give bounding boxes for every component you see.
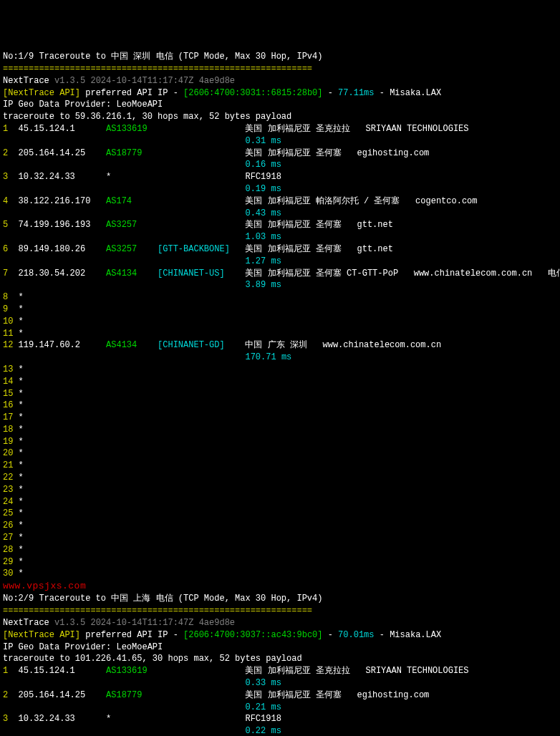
hop-timeout: 30 * xyxy=(3,568,560,580)
hop-timeout: 9 * xyxy=(3,304,560,316)
hop-row: 2 205.164.14.25 AS18779 美国 加利福尼亚 圣何塞 egi… xyxy=(3,147,560,160)
hop-timeout: 15 * xyxy=(3,388,560,400)
hop-timeout: 21 * xyxy=(3,460,560,472)
hop-row: 1 45.15.124.1 AS133619 美国 加利福尼亚 圣克拉拉 SRI… xyxy=(3,123,560,135)
hop-timeout: 17 * xyxy=(3,412,560,424)
hop-row: 7 218.30.54.202 AS4134 [CHINANET-US] 美国 … xyxy=(3,268,560,280)
hop-timeout: 26 * xyxy=(3,520,560,532)
hop-timeout: 24 * xyxy=(3,496,560,508)
hop-timeout: 18 * xyxy=(3,424,560,436)
hop-timeout: 22 * xyxy=(3,472,560,484)
hop-timeout: 10 * xyxy=(3,316,560,328)
hop-timeout: 16 * xyxy=(3,400,560,412)
hop-row: 4 38.122.216.170 AS174 美国 加利福尼亚 帕洛阿尔托 / … xyxy=(3,195,560,208)
hop-row: 12 119.147.60.2 AS4134 [CHINANET-GD] 中国 … xyxy=(3,339,560,352)
hop-timeout: 29 * xyxy=(3,556,560,568)
hop-row: 1 45.15.124.1 AS133619 美国 加利福尼亚 圣克拉拉 SRI… xyxy=(3,665,560,677)
hop-timeout: 19 * xyxy=(3,436,560,448)
hop-row: 2 205.164.14.25 AS18779 美国 加利福尼亚 圣何塞 egi… xyxy=(3,689,560,702)
hop-timeout: 25 * xyxy=(3,508,560,520)
hop-row: 6 89.149.180.26 AS3257 [GTT-BACKBONE] 美国… xyxy=(3,243,560,256)
hop-row: 3 10.32.24.33 * RFC1918 xyxy=(3,713,560,725)
terminal-output: No:1/9 Traceroute to 中国 深圳 电信 (TCP Mode,… xyxy=(3,51,560,736)
hop-timeout: 23 * xyxy=(3,484,560,496)
hop-timeout: 11 * xyxy=(3,328,560,340)
hop-timeout: 20 * xyxy=(3,447,560,460)
hop-timeout: 14 * xyxy=(3,376,560,388)
hop-timeout: 13 * xyxy=(3,364,560,376)
hop-timeout: 8 * xyxy=(3,291,560,304)
hop-row: 5 74.199.196.193 AS3257 美国 加利福尼亚 圣何塞 gtt… xyxy=(3,219,560,231)
hop-timeout: 28 * xyxy=(3,544,560,556)
hop-row: 3 10.32.24.33 * RFC1918 xyxy=(3,171,560,183)
hop-timeout: 27 * xyxy=(3,532,560,544)
